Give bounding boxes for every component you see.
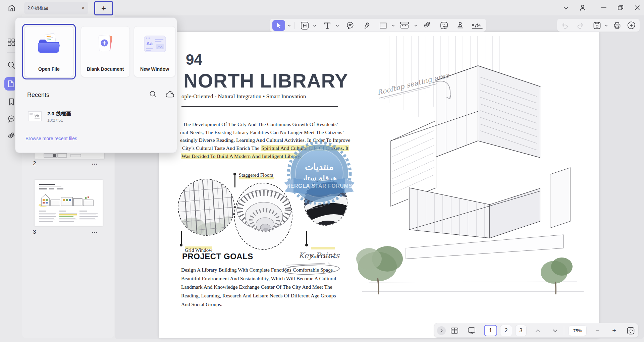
chevron-down-icon [604, 24, 608, 27]
zoom-out-button[interactable]: − [593, 326, 601, 335]
heading-tool-chevron[interactable] [312, 23, 317, 28]
stamp-tool-button[interactable] [455, 21, 465, 30]
document-tab[interactable]: 2.0-线框画 ✕ [24, 2, 88, 14]
signature-tool-button[interactable] [470, 20, 484, 31]
page-thumbnails-icon [7, 79, 15, 88]
minimize-icon [601, 7, 606, 8]
chevron-down-icon [336, 24, 339, 27]
close-window-button[interactable] [632, 4, 642, 12]
recents-search-button[interactable] [148, 90, 158, 99]
intro-line-4-pre: City’s Cultural Taste And Enrich The [182, 145, 261, 151]
toolbar-divider [589, 22, 589, 29]
paperclip-icon [7, 132, 16, 141]
page-3-thumbnail[interactable] [35, 180, 103, 226]
previous-page-button[interactable] [534, 328, 542, 334]
new-window-card[interactable]: Aa New Window [134, 26, 175, 77]
new-tab-button[interactable]: + [94, 1, 113, 15]
text-tool-chevron[interactable] [335, 23, 340, 28]
sticker-tool-button[interactable] [439, 21, 449, 30]
measure-tool-chevron[interactable] [413, 23, 419, 28]
comment-bubble-icon [346, 21, 355, 30]
soft-curves-label: Soft Curves [311, 254, 599, 260]
home-icon [7, 4, 16, 12]
shape-tool-chevron[interactable] [390, 23, 396, 28]
titlebar-chevron-button[interactable] [561, 4, 571, 12]
home-button[interactable] [5, 2, 19, 14]
heading-tool-button[interactable] [300, 21, 309, 30]
blank-document-card[interactable]: Blank Document [81, 26, 130, 77]
recent-file-time: 10:27:51 [47, 118, 63, 123]
page-number: 94 [186, 51, 202, 68]
recent-file-row[interactable]: 2.0-线框画 10:27:51 [24, 109, 171, 126]
ai-assistant-button[interactable] [626, 21, 636, 30]
zoom-in-button[interactable]: + [610, 326, 618, 335]
chevron-down-icon [287, 24, 291, 27]
browse-recent-files-link[interactable]: Browse more recent files [25, 136, 77, 141]
comment-icon [7, 115, 16, 123]
toolbar-divider [294, 22, 295, 29]
print-button[interactable] [613, 21, 622, 30]
staggered-floors-dot [233, 173, 236, 175]
goals-heading: PROJECT GOALS [182, 252, 253, 261]
next-page-button[interactable] [551, 328, 559, 334]
watermark-arabic-top: منتديات [305, 162, 334, 172]
presentation-button[interactable] [467, 326, 477, 335]
new-window-icon: Aa [144, 35, 166, 53]
text-tool-button[interactable] [323, 21, 332, 30]
page-button-2[interactable]: 2 [500, 325, 512, 336]
minimize-button[interactable] [599, 4, 609, 12]
titlebar: 2.0-线框画 ✕ + [0, 0, 644, 15]
recents-heading: Recents [27, 92, 49, 99]
account-button[interactable] [578, 3, 588, 13]
tab-title: 2.0-线框画 [28, 5, 77, 11]
chevron-down-icon [564, 7, 568, 10]
page-3-more-button[interactable]: ••• [92, 230, 98, 234]
page-2-thumbnail[interactable] [35, 153, 104, 159]
chevron-down-icon [391, 24, 395, 27]
save-chevron[interactable] [603, 23, 609, 28]
goals-line-2: Beautiful Environment And Sustainability… [181, 276, 336, 282]
chevron-right-icon [440, 329, 443, 333]
redo-button[interactable] [576, 22, 585, 29]
rooftop-arrow [430, 79, 457, 106]
save-button[interactable] [593, 21, 601, 30]
intro-line-2: ural Needs, The Existing Library Facilit… [180, 129, 344, 135]
recents-cloud-button[interactable] [164, 90, 176, 99]
restore-button[interactable] [615, 4, 626, 12]
select-tool-button[interactable] [272, 20, 285, 31]
pen-tool-button[interactable] [362, 21, 372, 30]
stamp-icon [456, 21, 465, 30]
sidebar-item-comments[interactable] [7, 114, 16, 124]
page-button-1[interactable]: 1 [484, 325, 497, 336]
new-window-aa-text: Aa [146, 41, 153, 46]
comment-tool-button[interactable] [345, 21, 355, 30]
bottombar-divider [480, 326, 480, 335]
undo-button[interactable] [560, 22, 569, 29]
new-tab-popup: Open File Blank Document [15, 17, 177, 153]
shape-tool-button[interactable] [378, 21, 388, 30]
open-file-label: Open File [25, 66, 73, 72]
grid-window-connector [181, 231, 182, 244]
page-button-2-label: 2 [505, 328, 508, 334]
chevron-up-icon [535, 329, 540, 332]
page-2-more-button[interactable]: ••• [92, 162, 98, 166]
measure-tool-button[interactable] [399, 20, 410, 31]
zoom-level-field[interactable]: 75% [569, 325, 587, 336]
expand-panel-button[interactable] [437, 326, 446, 335]
page-button-3-label: 3 [520, 328, 523, 334]
sticker-smiley-icon [440, 21, 448, 30]
search-icon [149, 90, 157, 98]
page-button-3[interactable]: 3 [515, 325, 527, 336]
open-file-card[interactable]: Open File [24, 26, 73, 77]
signature-icon [471, 21, 483, 30]
undo-icon [561, 22, 569, 29]
tab-close-icon[interactable]: ✕ [82, 6, 85, 10]
staggered-floors-label: Staggered Floors [239, 172, 599, 178]
fit-screen-button[interactable] [626, 326, 636, 335]
cloud-icon [165, 91, 175, 99]
select-tool-chevron[interactable] [286, 23, 292, 28]
annotation-toolbar [269, 18, 486, 32]
attach-tool-button[interactable] [423, 21, 432, 30]
sidebar-item-bookmarks[interactable] [7, 97, 16, 107]
page-layout-button[interactable] [449, 326, 460, 335]
